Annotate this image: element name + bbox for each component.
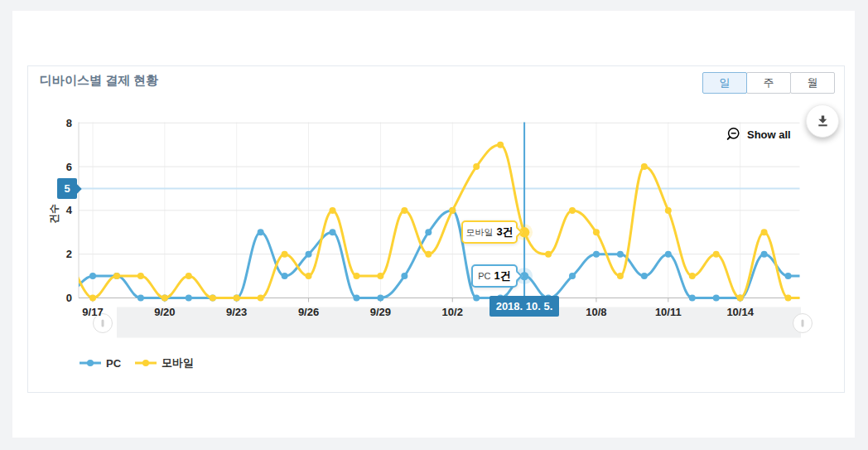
plotline-value-badge: 5 (57, 178, 77, 199)
plotline-value: 5 (64, 182, 70, 195)
chart-card (27, 65, 845, 393)
tooltip-pc: PC 1건 (471, 264, 518, 288)
legend-item-pc[interactable]: PC (80, 356, 121, 370)
show-all-label: Show all (747, 128, 791, 141)
legend-label-mobile: 모바일 (162, 356, 194, 370)
crosshair-date-badge: 2018. 10. 5. (489, 296, 559, 317)
download-button[interactable] (806, 104, 839, 138)
chart-legend: PC 모바일 (80, 356, 194, 370)
range-button-month[interactable]: 월 (790, 72, 835, 94)
mobile-series-swatch (135, 358, 157, 368)
magnifier-minus-icon (726, 127, 742, 143)
tooltip-mobile: 모바일 3건 (461, 220, 518, 244)
page-background: 디바이스별 결제 현황 일 주 월 9/179/209/239/269/2910… (0, 0, 868, 450)
tooltip-series-value: 3건 (496, 225, 513, 240)
legend-label-pc: PC (106, 357, 121, 370)
show-all-button[interactable]: Show all (726, 127, 791, 143)
tooltip-series-name: 모바일 (465, 226, 493, 239)
tooltip-series-value: 1건 (494, 269, 511, 283)
tooltip-series-name: PC (478, 271, 490, 281)
legend-item-mobile[interactable]: 모바일 (135, 356, 194, 370)
download-icon (817, 115, 829, 128)
range-button-day[interactable]: 일 (702, 72, 747, 94)
range-button-week[interactable]: 주 (746, 72, 791, 94)
range-toggle-group: 일 주 월 (702, 72, 835, 94)
pc-series-swatch (80, 358, 101, 368)
page-title: 디바이스별 결제 현황 (40, 73, 158, 89)
